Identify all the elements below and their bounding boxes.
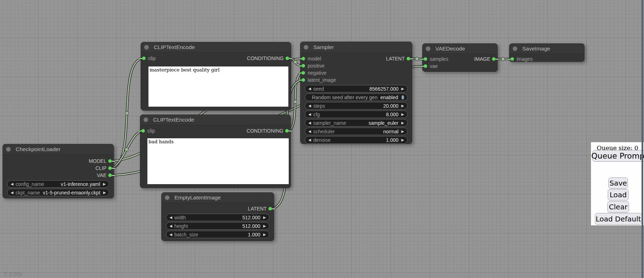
increment-arrow-icon[interactable]: ▶ (401, 121, 404, 125)
widget-width[interactable]: ◀ width 512.000 ▶ (166, 214, 269, 221)
node-title-bar[interactable]: CheckpointLoader (3, 144, 114, 155)
increment-arrow-icon[interactable]: ▶ (103, 191, 106, 194)
prompt-textarea[interactable]: masterpiece best quality girl (148, 66, 288, 107)
collapse-dot-icon[interactable] (513, 47, 517, 51)
widget-steps[interactable]: ◀ steps 20.000 ▶ (305, 102, 408, 109)
input-port-samples[interactable] (424, 57, 427, 61)
decrement-arrow-icon[interactable]: ◀ (169, 233, 172, 236)
widget-sampler-name[interactable]: ◀ sampler_name sample_euler ▶ (305, 119, 408, 127)
load-default-button[interactable]: Load Default (595, 213, 642, 225)
decrement-arrow-icon[interactable]: ◀ (11, 191, 14, 194)
widget-value: 20.000 (383, 103, 398, 109)
increment-arrow-icon[interactable]: ▶ (401, 104, 404, 108)
increment-arrow-icon[interactable]: ▶ (263, 233, 266, 236)
output-port-model[interactable] (108, 159, 112, 163)
decrement-arrow-icon[interactable]: ◀ (308, 138, 311, 142)
node-title-bar[interactable]: CLIPTextEncode (140, 115, 290, 125)
node-empty-latent-image[interactable]: EmptyLatentImage LATENT ◀ width 512.000 … (161, 192, 274, 241)
queue-prompt-button[interactable]: Queue Prompt (592, 150, 644, 162)
output-port-conditioning[interactable] (285, 129, 289, 133)
graph-canvas[interactable]: T: 0.00s CheckpointLoader MODEL CLIP VAE… (0, 0, 644, 278)
widget-random-seed-toggle[interactable]: Random seed after every gen enabled (305, 93, 408, 101)
toggle-circle-icon[interactable] (402, 95, 404, 100)
slot-row: clip CONDITIONING (141, 55, 291, 62)
slot-row: negative (300, 69, 412, 76)
load-button[interactable]: Load (608, 189, 629, 201)
input-port-images[interactable] (511, 57, 514, 61)
output-port-clip[interactable] (108, 166, 112, 170)
widget-value: v1-5-pruned-emaonly.ckpt (43, 190, 100, 196)
widget-cfg[interactable]: ◀ cfg 8.000 ▶ (305, 111, 408, 118)
node-clip-text-encode-negative[interactable]: CLIPTextEncode clip CONDITIONING bad han… (140, 114, 291, 188)
collapse-dot-icon[interactable] (165, 196, 169, 200)
widget-label: sampler_name (313, 120, 366, 126)
widget-ckpt-name[interactable]: ◀ ckpt_name v1-5-pruned-emaonly.ckpt ▶ (7, 189, 109, 196)
increment-arrow-icon[interactable]: ▶ (401, 87, 404, 91)
widget-value: 8566257.000 (370, 86, 399, 92)
widget-config-name[interactable]: ◀ config_name v1-inference.yaml ▶ (7, 180, 109, 188)
collapse-dot-icon[interactable] (143, 118, 148, 122)
decrement-arrow-icon[interactable]: ◀ (11, 182, 14, 186)
node-title-bar[interactable]: Sampler (300, 42, 412, 53)
widget-seed[interactable]: ◀ seed 8566257.000 ▶ (305, 85, 408, 92)
increment-arrow-icon[interactable]: ▶ (401, 138, 404, 142)
clear-button[interactable]: Clear (607, 201, 629, 213)
input-port-vae[interactable] (424, 64, 427, 68)
output-port-latent[interactable] (268, 207, 272, 210)
decrement-arrow-icon[interactable]: ◀ (308, 130, 311, 133)
increment-arrow-icon[interactable]: ▶ (401, 113, 404, 116)
widget-value: 512.000 (242, 223, 261, 229)
widget-denoise[interactable]: ◀ denoise 1.000 ▶ (305, 136, 408, 144)
prompt-textarea[interactable]: bad hands (147, 138, 289, 184)
node-title-bar[interactable]: VAEDecode (423, 44, 497, 54)
input-port-clip[interactable] (141, 129, 145, 133)
widget-scheduler[interactable]: ◀ scheduler normal ▶ (305, 128, 408, 135)
widget-height[interactable]: ◀ height 512.000 ▶ (166, 222, 269, 230)
input-port-model[interactable] (302, 57, 305, 60)
collapse-dot-icon[interactable] (144, 45, 149, 50)
input-port-latent-image[interactable] (302, 78, 305, 82)
output-port-vae[interactable] (108, 173, 112, 177)
increment-arrow-icon[interactable]: ▶ (263, 216, 266, 219)
widget-batch-size[interactable]: ◀ batch_size 1.000 ▶ (166, 231, 269, 238)
output-port-image[interactable] (492, 57, 496, 61)
collapse-dot-icon[interactable] (304, 45, 308, 50)
slot-row: images (509, 55, 584, 63)
increment-arrow-icon[interactable]: ▶ (263, 224, 266, 228)
output-port-conditioning[interactable] (286, 57, 289, 60)
increment-arrow-icon[interactable]: ▶ (103, 182, 106, 186)
input-port-positive[interactable] (302, 64, 305, 68)
node-title-bar[interactable]: SaveImage (509, 44, 584, 54)
node-vae-decode[interactable]: VAEDecode samples IMAGE vae (422, 43, 498, 72)
save-button[interactable]: Save (608, 177, 628, 189)
widget-value: 1.000 (386, 137, 398, 143)
widget-value: 8.000 (386, 112, 398, 117)
window-scrollbar[interactable] (642, 0, 643, 278)
decrement-arrow-icon[interactable]: ◀ (308, 121, 311, 125)
decrement-arrow-icon[interactable]: ◀ (308, 87, 311, 91)
node-save-image[interactable]: SaveImage images (509, 43, 585, 62)
output-port-latent[interactable] (407, 57, 410, 60)
widget-value: normal (383, 129, 399, 134)
decrement-arrow-icon[interactable]: ◀ (169, 216, 172, 219)
decrement-arrow-icon[interactable]: ◀ (308, 104, 311, 108)
side-menu-panel: Queue size: 0 Queue Prompt Save Load Cle… (591, 142, 644, 225)
node-checkpoint-loader[interactable]: CheckpointLoader MODEL CLIP VAE ◀ config… (2, 144, 114, 198)
collapse-dot-icon[interactable] (6, 147, 11, 152)
node-title-bar[interactable]: CLIPTextEncode (141, 42, 291, 53)
widget-label: batch_size (174, 232, 245, 237)
widget-value: sample_euler (368, 120, 398, 126)
decrement-arrow-icon[interactable]: ◀ (308, 113, 311, 116)
increment-arrow-icon[interactable]: ▶ (401, 130, 404, 133)
input-port-negative[interactable] (302, 71, 305, 75)
collapse-dot-icon[interactable] (426, 47, 430, 51)
widget-value: v1-inference.yaml (61, 181, 100, 187)
node-sampler[interactable]: Sampler model LATENT positive negative l… (300, 42, 412, 144)
input-port-clip[interactable] (142, 57, 146, 60)
node-clip-text-encode-positive[interactable]: CLIPTextEncode clip CONDITIONING masterp… (141, 42, 291, 111)
decrement-arrow-icon[interactable]: ◀ (169, 224, 172, 228)
widget-label: width (174, 215, 240, 220)
widget-value: 512.000 (242, 215, 261, 220)
node-title-bar[interactable]: EmptyLatentImage (162, 193, 274, 203)
slot-row: positive (300, 62, 412, 69)
